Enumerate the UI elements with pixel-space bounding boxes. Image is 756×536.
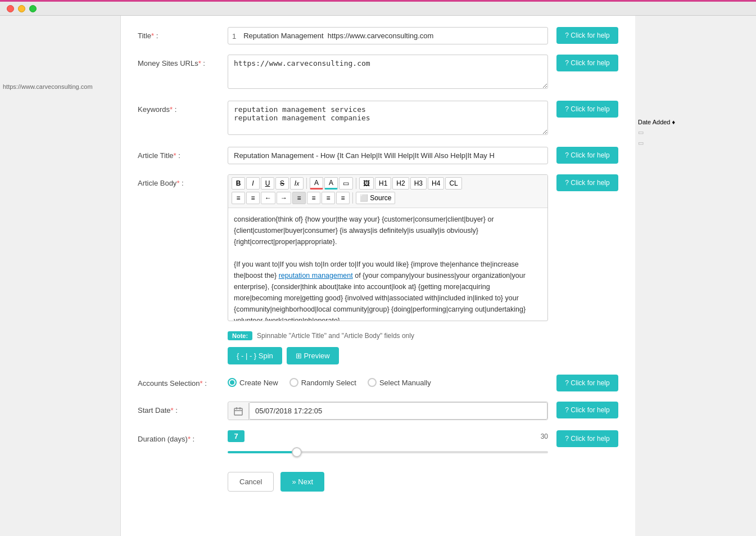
rte-body-inner: consideration{think of} {how your|the wa… <box>234 214 542 321</box>
rte-block-btn[interactable]: ▭ <box>339 177 353 190</box>
rte-source-btn[interactable]: ⬜ Source <box>356 192 395 204</box>
rte-h1-btn[interactable]: H1 <box>375 177 391 190</box>
duration-header: 7 30 <box>228 430 548 442</box>
money-sites-input[interactable]: <span data-bind="form.money_sites_value"… <box>228 55 548 89</box>
title-input-wrap: 1 <box>228 27 548 44</box>
article-body-wrap: B I U S Ix A A ▭ 🖼 H1 H2 H3 H <box>228 174 548 321</box>
keywords-input-wrap: reputation management services reputatio… <box>228 101 548 137</box>
rte-sep3 <box>352 192 353 204</box>
rte-toolbar: B I U S Ix A A ▭ 🖼 H1 H2 H3 H <box>228 175 547 208</box>
title-help-btn[interactable]: Click for help <box>556 27 618 44</box>
minimize-btn[interactable] <box>18 5 25 12</box>
rte-sep1 <box>306 178 307 189</box>
rte-h4-btn[interactable]: H4 <box>428 177 444 190</box>
duration-slider[interactable] <box>228 451 548 453</box>
rte-image-btn[interactable]: 🖼 <box>359 177 374 190</box>
note-badge: Note: <box>228 331 252 340</box>
sidebar-left: https://www.carveconsulting.com <box>0 16 121 536</box>
duration-wrap: 7 30 <box>228 430 548 455</box>
start-date-label: Start Date* : <box>138 402 228 415</box>
radio-select-manually-circle <box>368 378 377 387</box>
title-row: Title* : 1 Click for help <box>138 27 618 44</box>
rte-bold-btn[interactable]: B <box>232 177 245 190</box>
rte-list-ul-btn[interactable]: ≡ <box>246 192 260 204</box>
keywords-input[interactable]: reputation management services reputatio… <box>228 101 548 135</box>
rte-indent-more-btn[interactable]: → <box>277 192 291 204</box>
duration-input-wrap: 7 30 <box>228 430 548 455</box>
radio-create-new[interactable]: Create New <box>228 378 278 387</box>
date-field <box>228 402 548 420</box>
accounts-selection-row: Accounts Selection* : Create New Randoml… <box>138 375 618 391</box>
rich-text-editor: B I U S Ix A A ▭ 🖼 H1 H2 H3 H <box>228 174 548 321</box>
article-title-row: Article Title* : Click for help <box>138 147 618 164</box>
accounts-radio-wrap: Create New Randomly Select Select Manual… <box>228 375 548 387</box>
keywords-row: Keywords* : reputation management servic… <box>138 101 618 137</box>
calendar-icon[interactable] <box>228 403 249 420</box>
article-title-help-btn[interactable]: Click for help <box>556 147 618 164</box>
accounts-label: Accounts Selection* : <box>138 375 228 388</box>
rte-remove-format-btn[interactable]: Ix <box>290 177 304 190</box>
close-btn[interactable] <box>7 5 14 12</box>
action-buttons: { - | - } Spin ⊞ Preview <box>228 347 618 364</box>
start-date-help-btn[interactable]: Click for help <box>556 402 618 418</box>
start-date-row: Start Date* : Click for help <box>138 402 618 420</box>
rte-clear-btn[interactable]: CL <box>445 177 461 190</box>
article-title-input-wrap <box>228 147 548 164</box>
rte-list-ol-btn[interactable]: ≡ <box>232 192 245 204</box>
rte-body[interactable]: consideration{think of} {how your|the wa… <box>228 208 547 321</box>
cancel-button[interactable]: Cancel <box>228 472 274 492</box>
rte-underline-btn[interactable]: U <box>261 177 274 190</box>
duration-max: 30 <box>541 433 548 440</box>
title-number: 1 <box>232 31 236 40</box>
title-input[interactable] <box>228 27 548 44</box>
accounts-radio-group: Create New Randomly Select Select Manual… <box>228 375 548 387</box>
duration-help-btn[interactable]: Click for help <box>556 430 618 447</box>
rte-align-right-btn[interactable]: ≡ <box>322 192 335 204</box>
sidebar-right: Date Added ♦ ▭ ▭ <box>632 16 756 536</box>
sidebar-right-item2: ▭ <box>632 138 756 148</box>
article-title-input[interactable] <box>228 147 548 164</box>
rte-toolbar-row1: B I U S Ix A A ▭ 🖼 H1 H2 H3 H <box>232 177 544 190</box>
radio-randomly-select-circle <box>289 378 298 387</box>
article-body-help-btn[interactable]: Click for help <box>556 174 618 191</box>
rte-italic-btn[interactable]: I <box>246 177 260 190</box>
radio-randomly-select-label: Randomly Select <box>301 379 356 387</box>
window-chrome <box>0 0 756 16</box>
rte-strikethrough-btn[interactable]: S <box>275 177 289 190</box>
rte-h3-btn[interactable]: H3 <box>410 177 427 190</box>
rte-align-center-btn[interactable]: ≡ <box>307 192 320 204</box>
bottom-buttons: Cancel » Next <box>228 472 618 503</box>
radio-create-new-circle <box>228 378 237 387</box>
keywords-help-btn[interactable]: Click for help <box>556 101 618 118</box>
article-body-label: Article Body* : <box>138 174 228 187</box>
radio-create-new-label: Create New <box>239 379 278 387</box>
sidebar-url: https://www.carveconsulting.com <box>3 83 93 90</box>
rte-toolbar-row2: ≡ ≡ ← → ≡ ≡ ≡ ≡ ⬜ Source <box>232 192 544 204</box>
sidebar-right-item1: ▭ <box>632 127 756 138</box>
spin-button[interactable]: { - | - } Spin <box>228 347 282 364</box>
radio-randomly-select[interactable]: Randomly Select <box>289 378 356 387</box>
start-date-input[interactable] <box>249 402 547 420</box>
date-added-label: Date Added ♦ <box>632 117 756 127</box>
rte-indent-less-btn[interactable]: ← <box>261 192 275 204</box>
rte-align-left-btn[interactable]: ≡ <box>292 192 306 204</box>
article-body-row: Article Body* : B I U S Ix A A ▭ <box>138 174 618 321</box>
radio-select-manually[interactable]: Select Manually <box>368 378 431 387</box>
rte-h2-btn[interactable]: H2 <box>392 177 409 190</box>
next-button[interactable]: » Next <box>280 472 324 492</box>
duration-value: 7 <box>228 430 245 442</box>
note-bar: Note: Spinnable "Article Title" and "Art… <box>228 331 618 340</box>
money-sites-help-btn[interactable]: Click for help <box>556 55 618 71</box>
preview-button[interactable]: ⊞ Preview <box>287 347 339 364</box>
start-date-input-wrap <box>228 402 548 420</box>
accounts-help-btn[interactable]: Click for help <box>556 375 618 391</box>
rte-link[interactable]: reputation management <box>279 272 353 280</box>
money-sites-label: Money Sites URLs* : <box>138 55 228 67</box>
rte-font-bg-btn[interactable]: A <box>324 177 338 190</box>
rte-justify-btn[interactable]: ≡ <box>336 192 350 204</box>
rte-paragraph1: consideration{think of} {how your|the wa… <box>234 214 533 247</box>
rte-font-color-btn[interactable]: A <box>310 177 323 190</box>
maximize-btn[interactable] <box>29 5 37 12</box>
article-title-label: Article Title* : <box>138 147 228 160</box>
radio-select-manually-label: Select Manually <box>379 379 431 387</box>
